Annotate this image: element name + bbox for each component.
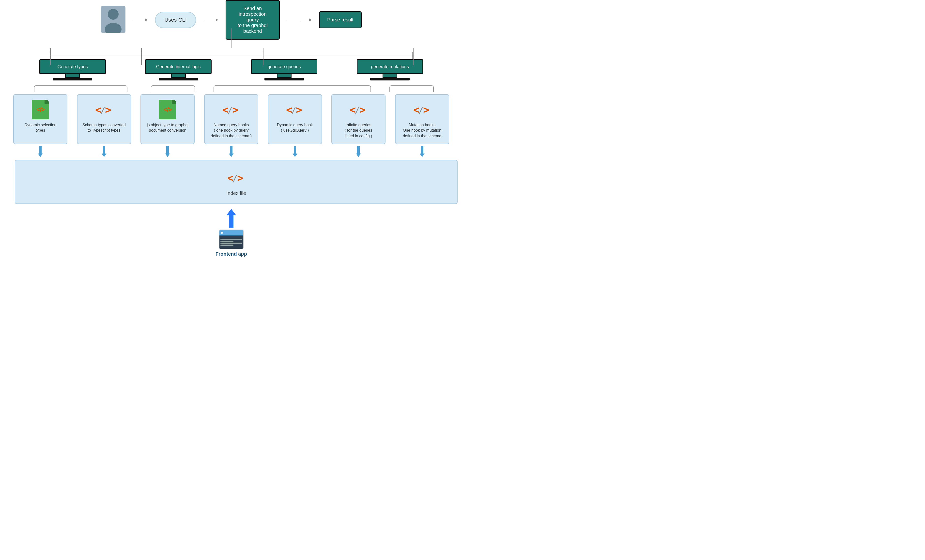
code-file-icon-3: </>	[159, 99, 176, 119]
up-arrow-shaft	[229, 215, 234, 227]
uses-cli-box: Uses CLI	[155, 12, 196, 28]
app-icon-body	[220, 235, 243, 249]
v-stub-2	[141, 52, 142, 59]
monitor-neck-2	[171, 74, 186, 78]
monitor-generate-types: Generate types	[39, 59, 106, 80]
file-card-mutation-hooks: < / > Mutation hooks One hook by mutatio…	[395, 94, 449, 144]
file-card-label-1: Dynamic selection types	[24, 122, 56, 133]
file-card-named-query: < / > Named query hooks ( one hook by qu…	[204, 94, 258, 144]
top-row: Uses CLI Send an introspection query to …	[5, 0, 458, 40]
index-file-xml-icon: < / >	[226, 168, 246, 188]
arrow-down-3	[165, 146, 170, 158]
arrow-down-5	[292, 146, 297, 158]
bottom-section: Frontend app	[5, 209, 458, 257]
svg-text:>: >	[423, 104, 429, 116]
index-file-section: < / > Index file	[10, 160, 453, 204]
arrow-down-7-wrap	[395, 146, 449, 158]
monitor-label-2: Generate internal logic	[156, 64, 200, 69]
svg-text:/: /	[354, 105, 360, 115]
file-card-label-6: Infinite queries ( for the queries liste…	[345, 122, 372, 139]
send-introspection-box: Send an introspection query to the graph…	[226, 0, 280, 40]
arrow-down-2-wrap	[77, 146, 131, 158]
monitor-label-1: Generate types	[57, 64, 87, 69]
brace-3-container	[206, 85, 378, 92]
code-file-icon-1: </>	[32, 99, 49, 119]
monitor-foot-1	[53, 78, 92, 80]
arrow-down-1	[38, 146, 43, 158]
app-icon	[219, 230, 244, 249]
bracket-3: </>	[164, 106, 172, 113]
monitor-foot-3	[264, 78, 304, 80]
monitor-neck-4	[383, 74, 397, 78]
brace-2-container	[143, 85, 202, 92]
arrow-down-7	[420, 146, 425, 158]
svg-text:/: /	[227, 105, 233, 115]
file-card-schema-types: < / > Schema types converted to Typescri…	[77, 94, 131, 144]
cli-to-send-arrow	[203, 18, 218, 23]
arrow-down-6-wrap	[331, 146, 386, 158]
file-card-js-object: </> js object type to graphql document c…	[140, 94, 194, 144]
file-card-label-2: Schema types converted to Typescript typ…	[83, 122, 126, 133]
branch-lines-area	[5, 52, 458, 59]
monitor-generate-queries: generate queries	[251, 59, 317, 80]
v-stub-3	[263, 52, 263, 59]
frontend-app-label: Frontend app	[215, 251, 247, 257]
app-line-3	[220, 242, 242, 244]
xml-icon-4: < / >	[221, 99, 241, 119]
up-arrow-head	[226, 209, 236, 215]
monitor-screen-2: Generate internal logic	[145, 59, 212, 74]
monitor-screen-3: generate queries	[251, 59, 317, 74]
monitor-generate-logic: Generate internal logic	[145, 59, 212, 80]
v-stub-4	[412, 52, 413, 59]
parse-result-box: Parse result	[319, 11, 362, 28]
svg-text:/: /	[232, 173, 238, 184]
arrow-down-3-wrap	[140, 146, 194, 158]
svg-text:/: /	[100, 105, 105, 115]
monitor-label-4: generate mutations	[371, 64, 409, 69]
svg-text:>: >	[359, 104, 366, 116]
file-card-label-3: js object type to graphql document conve…	[147, 122, 188, 133]
index-file-label: Index file	[226, 190, 246, 196]
file-cards-row: </> Dynamic selection types < / > Schema…	[5, 94, 458, 144]
svg-text:/: /	[291, 105, 297, 115]
arrow-down-6	[356, 146, 361, 158]
arrow-down-2	[102, 146, 107, 158]
monitor-screen-4: generate mutations	[357, 59, 423, 74]
monitor-label-3: generate queries	[267, 64, 301, 69]
svg-point-7	[108, 9, 119, 20]
brace-1-container	[22, 85, 140, 92]
file-card-label-4: Named query hooks ( one hook by query de…	[211, 122, 252, 139]
user-avatar	[101, 6, 125, 34]
bracket-1: </>	[36, 106, 44, 113]
braces-row	[5, 85, 458, 92]
v-stub-1	[50, 52, 50, 59]
xml-icon-2: < / >	[94, 99, 114, 119]
xml-icon-6: < / >	[349, 99, 368, 119]
monitor-foot-2	[159, 78, 198, 80]
uses-cli-label: Uses CLI	[164, 17, 187, 23]
xml-icon-7: < / >	[412, 99, 432, 119]
app-line-1	[220, 239, 242, 240]
send-to-parse-arrow	[287, 18, 312, 23]
arrow-down-1-wrap	[13, 146, 68, 158]
svg-text:>: >	[296, 104, 302, 116]
diagram-container: Uses CLI Send an introspection query to …	[5, 0, 458, 257]
down-arrows-row	[5, 146, 458, 158]
h-branch-line	[50, 56, 414, 56]
send-introspection-label: Send an introspection query to the graph…	[238, 6, 268, 34]
file-card-label-5: Dynamic query hook ( useGqlQuery )	[277, 122, 313, 133]
xml-icon-5: < / >	[285, 99, 305, 119]
app-icon-header	[220, 230, 243, 235]
svg-text:/: /	[418, 105, 423, 115]
brace-3	[214, 85, 371, 92]
big-arrow-up-wrapper: Frontend app	[215, 209, 247, 257]
brace-4	[389, 85, 434, 92]
arrow-down-4-wrap	[204, 146, 258, 158]
brace-1	[34, 85, 127, 92]
arrow-down-5-wrap	[268, 146, 322, 158]
index-file-box: < / > Index file	[15, 160, 458, 204]
big-up-arrow	[226, 209, 236, 227]
brace-4-container	[382, 85, 441, 92]
monitor-neck-1	[65, 74, 80, 78]
file-card-dynamic-selection: </> Dynamic selection types	[13, 94, 68, 144]
